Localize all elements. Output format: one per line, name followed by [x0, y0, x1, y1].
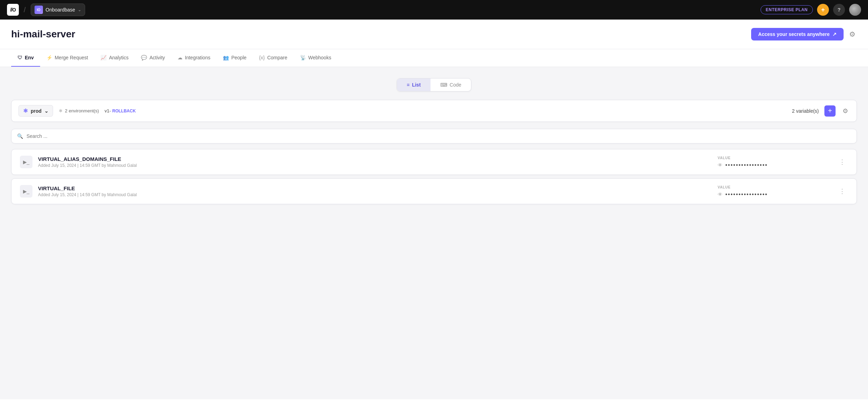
- eye-icon[interactable]: 👁: [718, 162, 723, 168]
- environment-bar: ⚛ prod ⌄ ⚛ 2 environment(s) v1- ROLLBACK…: [11, 100, 857, 122]
- page-settings-button[interactable]: ⚙: [848, 29, 857, 40]
- chat-icon: 💬: [141, 55, 147, 60]
- org-name: Onboardbase: [46, 7, 75, 13]
- code-label: Code: [450, 82, 461, 88]
- variable-meta: Added July 15, 2024 | 14:59 GMT by Mahmo…: [38, 192, 718, 197]
- main-area: ≡ List ⌨ Code ⚛ prod ⌄ ⚛ 2 environment(s…: [0, 67, 868, 399]
- question-icon: ?: [838, 7, 841, 13]
- env-name: prod: [31, 108, 42, 114]
- external-link-icon: ↗: [832, 31, 837, 37]
- people-icon: 👥: [223, 55, 229, 60]
- org-selector[interactable]: IO Onboardbase ⌄: [31, 3, 85, 16]
- chevron-down-icon: ⌄: [78, 7, 81, 12]
- search-icon: 🔍: [17, 133, 23, 139]
- value-dots: ••••••••••••••••: [725, 162, 768, 168]
- stack-icon-2: ⚛: [59, 108, 63, 113]
- add-variable-button[interactable]: +: [824, 105, 836, 117]
- variable-value-section: VALUE 👁 ••••••••••••••••: [718, 185, 836, 198]
- variable-info: VIRTUAL_ALIAS_DOMAINS_FILE Added July 15…: [38, 156, 718, 168]
- terminal-icon: ▶_: [20, 185, 32, 198]
- gear-icon: ⚙: [843, 108, 848, 114]
- env-count-label: 2 environment(s): [65, 108, 99, 113]
- variable-value-section: VALUE 👁 ••••••••••••••••: [718, 156, 836, 168]
- avatar[interactable]: [849, 4, 861, 16]
- logo-icon: //O: [7, 4, 19, 16]
- tab-people[interactable]: 👥 People: [217, 49, 253, 67]
- gear-icon: ⚙: [849, 30, 855, 38]
- tab-navigation: 🛡 Env ⚡ Merge Request 📈 Analytics 💬 Acti…: [0, 49, 868, 67]
- variable-count: 2 variable(s): [792, 108, 819, 114]
- org-icon: IO: [35, 6, 43, 14]
- avatar-image: [849, 4, 861, 16]
- tab-people-label: People: [231, 55, 247, 60]
- tab-merge-request-label: Merge Request: [55, 55, 88, 60]
- list-view-button[interactable]: ≡ List: [397, 79, 431, 91]
- access-secrets-label: Access your secrets anywhere: [758, 31, 830, 37]
- tab-env[interactable]: 🛡 Env: [11, 49, 40, 67]
- chart-icon: 📈: [100, 55, 106, 60]
- variables-list: ▶_ VIRTUAL_ALIAS_DOMAINS_FILE Added July…: [11, 149, 857, 204]
- code-view-button[interactable]: ⌨ Code: [431, 79, 471, 91]
- tab-env-label: Env: [25, 55, 34, 60]
- app-logo[interactable]: //O: [7, 4, 19, 16]
- tab-compare-label: Compare: [267, 55, 287, 60]
- version-badge: v1- ROLLBACK: [105, 108, 136, 113]
- page-title: hi-mail-server: [11, 29, 75, 40]
- nav-separator: /: [24, 6, 26, 14]
- row-menu-button[interactable]: ⋮: [836, 157, 848, 167]
- variable-meta: Added July 15, 2024 | 14:59 GMT by Mahmo…: [38, 163, 718, 168]
- tab-activity-label: Activity: [149, 55, 165, 60]
- tab-integrations-label: Integrations: [185, 55, 210, 60]
- lightning-icon: ⚡: [46, 55, 52, 60]
- plan-badge: ENTERPRISE PLAN: [761, 5, 813, 14]
- header-actions: Access your secrets anywhere ↗ ⚙: [751, 28, 857, 40]
- value-display: 👁 ••••••••••••••••: [718, 162, 836, 168]
- search-bar: 🔍: [11, 129, 857, 143]
- tab-merge-request[interactable]: ⚡ Merge Request: [40, 49, 95, 67]
- chevron-down-icon: ⌄: [44, 108, 48, 114]
- version-text: v1-: [105, 108, 111, 113]
- tab-compare[interactable]: {x} Compare: [253, 49, 294, 67]
- help-button[interactable]: ?: [833, 4, 845, 16]
- terminal-icon: ▶_: [20, 156, 32, 168]
- tab-webhooks[interactable]: 📡 Webhooks: [294, 49, 338, 67]
- env-count: ⚛ 2 environment(s): [59, 108, 99, 113]
- shield-icon: 🛡: [17, 55, 22, 60]
- plus-icon: +: [821, 6, 825, 14]
- rollback-link[interactable]: ROLLBACK: [112, 109, 136, 113]
- tab-webhooks-label: Webhooks: [308, 55, 331, 60]
- search-input[interactable]: [27, 133, 851, 139]
- page-content: hi-mail-server Access your secrets anywh…: [0, 20, 868, 400]
- row-menu-button[interactable]: ⋮: [836, 186, 848, 197]
- toggle-group: ≡ List ⌨ Code: [397, 78, 472, 91]
- tab-analytics[interactable]: 📈 Analytics: [94, 49, 135, 67]
- env-settings-button[interactable]: ⚙: [841, 106, 850, 116]
- tab-integrations[interactable]: ☁ Integrations: [171, 49, 217, 67]
- top-navigation: //O / IO Onboardbase ⌄ ENTERPRISE PLAN +…: [0, 0, 868, 20]
- table-row: ▶_ VIRTUAL_FILE Added July 15, 2024 | 14…: [11, 178, 857, 204]
- access-secrets-button[interactable]: Access your secrets anywhere ↗: [751, 28, 844, 40]
- list-label: List: [412, 82, 421, 88]
- cloud-icon: ☁: [178, 55, 182, 60]
- view-toggle: ≡ List ⌨ Code: [11, 78, 857, 91]
- webhook-icon: 📡: [300, 55, 306, 60]
- variable-name: VIRTUAL_ALIAS_DOMAINS_FILE: [38, 156, 718, 162]
- code-icon: ⌨: [440, 82, 447, 88]
- stack-icon: ⚛: [23, 108, 28, 114]
- list-icon: ≡: [407, 82, 410, 88]
- eye-icon[interactable]: 👁: [718, 192, 723, 197]
- value-label: VALUE: [718, 156, 836, 160]
- value-display: 👁 ••••••••••••••••: [718, 191, 836, 198]
- add-button[interactable]: +: [817, 4, 829, 16]
- value-dots: ••••••••••••••••: [725, 191, 768, 198]
- page-header: hi-mail-server Access your secrets anywh…: [0, 20, 868, 49]
- table-row: ▶_ VIRTUAL_ALIAS_DOMAINS_FILE Added July…: [11, 149, 857, 175]
- tab-activity[interactable]: 💬 Activity: [135, 49, 171, 67]
- variable-info: VIRTUAL_FILE Added July 15, 2024 | 14:59…: [38, 185, 718, 197]
- env-selector[interactable]: ⚛ prod ⌄: [18, 105, 53, 117]
- variable-name: VIRTUAL_FILE: [38, 185, 718, 191]
- value-label: VALUE: [718, 185, 836, 189]
- compare-icon: {x}: [259, 55, 265, 60]
- tab-analytics-label: Analytics: [109, 55, 128, 60]
